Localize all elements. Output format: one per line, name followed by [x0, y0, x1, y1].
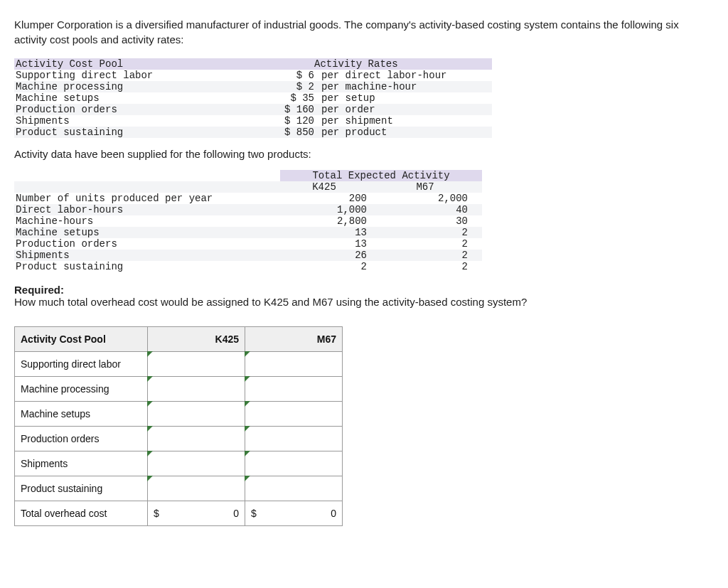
answer-row-label: Shipments — [15, 451, 148, 476]
answer-row-label: Machine processing — [15, 377, 148, 402]
answer-row-label: Product sustaining — [15, 476, 148, 501]
answer-input-k425[interactable] — [148, 427, 245, 451]
activity-row-m67: 2 — [381, 238, 482, 250]
activity-row-k425: 1,000 — [280, 204, 381, 215]
rate-row-unit: per setup — [314, 92, 492, 104]
rate-row-unit: per order — [314, 104, 492, 115]
rate-row-unit: per direct labor-hour — [314, 70, 492, 81]
answer-input-k425[interactable] — [148, 377, 245, 402]
activity-row-label: Machine setups — [14, 227, 280, 238]
activity-row-label: Shipments — [14, 250, 280, 261]
activity-header-span: Total Expected Activity — [280, 170, 482, 181]
answer-input-m67[interactable] — [245, 352, 343, 377]
rate-row-unit: per machine-hour — [314, 81, 492, 92]
answer-total-k425: $ 0 — [148, 501, 245, 526]
required-heading: Required: — [14, 284, 714, 296]
answer-input-k425[interactable] — [148, 451, 245, 476]
answer-input-m67[interactable] — [245, 377, 343, 402]
answer-input-m67[interactable] — [245, 427, 343, 451]
activity-row-label: Machine-hours — [14, 215, 280, 227]
activity-row-label: Product sustaining — [14, 261, 280, 272]
activity-row-m67: 40 — [381, 204, 482, 215]
activity-row-m67: 2 — [381, 227, 482, 238]
answer-input-m67[interactable] — [245, 476, 343, 501]
answer-row-label: Machine setups — [15, 402, 148, 427]
answer-header-k425: K425 — [148, 327, 245, 352]
rate-row-amount: $ 6 — [272, 70, 314, 81]
rate-row-amount: $ 35 — [272, 92, 314, 104]
activity-header-k425: K425 — [280, 181, 381, 193]
rate-row-label: Production orders — [14, 104, 272, 115]
answer-input-k425[interactable] — [148, 352, 245, 377]
rate-row-amount: $ 850 — [272, 127, 314, 138]
activity-row-k425: 2 — [280, 261, 381, 272]
activity-row-m67: 2,000 — [381, 193, 482, 204]
answer-row-label: Supporting direct labor — [15, 352, 148, 377]
answer-input-m67[interactable] — [245, 451, 343, 476]
answer-total-m67: $ 0 — [245, 501, 343, 526]
activity-row-k425: 2,800 — [280, 215, 381, 227]
answer-input-k425[interactable] — [148, 476, 245, 501]
answer-input-m67[interactable] — [245, 402, 343, 427]
activity-row-m67: 2 — [381, 261, 482, 272]
currency-prefix: $ — [251, 508, 257, 519]
answer-total-k425-value: 0 — [233, 508, 239, 519]
answer-header-m67: M67 — [245, 327, 343, 352]
activity-row-label: Direct labor-hours — [14, 204, 280, 215]
rate-row-unit: per shipment — [314, 115, 492, 127]
activity-row-label: Production orders — [14, 238, 280, 250]
rate-row-amount: $ 160 — [272, 104, 314, 115]
activity-row-k425: 26 — [280, 250, 381, 261]
activity-row-label: Number of units produced per year — [14, 193, 280, 204]
rates-header-pool: Activity Cost Pool — [14, 58, 272, 70]
activity-row-k425: 13 — [280, 227, 381, 238]
activity-row-k425: 200 — [280, 193, 381, 204]
rate-row-amount: $ 2 — [272, 81, 314, 92]
activity-row-m67: 2 — [381, 250, 482, 261]
activity-row-k425: 13 — [280, 238, 381, 250]
answer-row-label: Production orders — [15, 427, 148, 451]
answer-table: Activity Cost Pool K425 M67 Supporting d… — [14, 326, 343, 526]
problem-intro: Klumper Corporation is a diversified man… — [14, 17, 714, 47]
rate-row-label: Supporting direct labor — [14, 70, 272, 81]
rate-row-label: Machine setups — [14, 92, 272, 104]
rate-row-label: Machine processing — [14, 81, 272, 92]
rate-row-unit: per product — [314, 127, 492, 138]
currency-prefix: $ — [154, 508, 159, 519]
rate-row-amount: $ 120 — [272, 115, 314, 127]
expected-activity-table: Total Expected Activity K425 M67 Number … — [14, 170, 482, 272]
rates-header-rates: Activity Rates — [272, 58, 492, 70]
required-text: How much total overhead cost would be as… — [14, 296, 714, 308]
rate-row-label: Shipments — [14, 115, 272, 127]
rate-row-label: Product sustaining — [14, 127, 272, 138]
answer-total-m67-value: 0 — [331, 508, 336, 519]
activity-header-m67: M67 — [381, 181, 482, 193]
activity-row-m67: 30 — [381, 215, 482, 227]
answer-input-k425[interactable] — [148, 402, 245, 427]
activity-intro: Activity data have been supplied for the… — [14, 148, 714, 160]
answer-total-label: Total overhead cost — [15, 501, 148, 526]
activity-rates-table: Activity Cost Pool Activity Rates Suppor… — [14, 58, 492, 138]
answer-header-pool: Activity Cost Pool — [15, 327, 148, 352]
